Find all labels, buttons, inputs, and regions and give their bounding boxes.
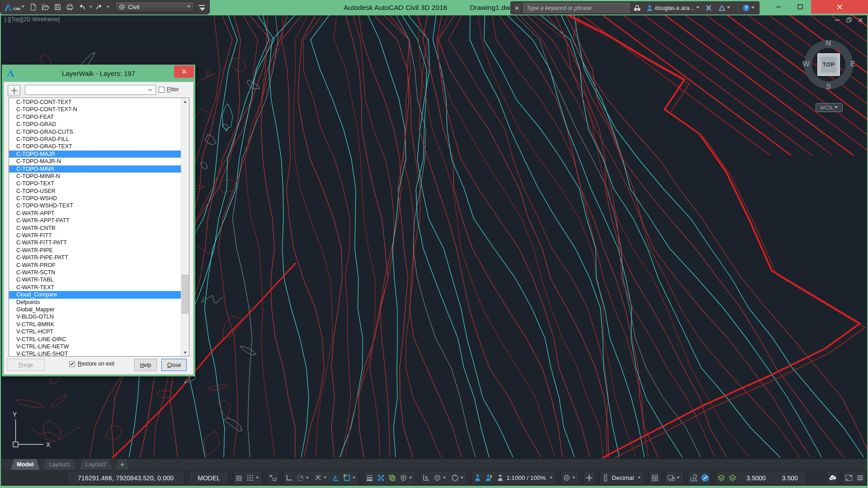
layer-list-item[interactable]: C-TOPO-GRAD-TEXT bbox=[9, 143, 181, 150]
gizmo-icon[interactable] bbox=[432, 472, 449, 484]
customization-menu-icon[interactable] bbox=[854, 472, 866, 484]
units-control[interactable]: Decimal bbox=[600, 472, 644, 484]
viewport-minimize-icon[interactable] bbox=[834, 17, 840, 23]
layer-list-item[interactable]: C-TOPO-CONT-TEXT-N bbox=[9, 106, 181, 113]
layer-list-item[interactable]: C-WATR-TABL bbox=[9, 276, 181, 283]
model-space-toggle[interactable]: MODEL bbox=[189, 472, 228, 484]
layer-list-item[interactable]: C-TOPO-WSHD bbox=[9, 195, 181, 202]
layer-list-item[interactable]: C-TOPO-FEAT bbox=[9, 113, 181, 121]
view-cube[interactable]: N S W E TOP bbox=[800, 36, 858, 94]
exchange-apps-button[interactable] bbox=[703, 3, 714, 13]
thickness-value[interactable]: 3.500 bbox=[774, 472, 806, 484]
viewcube-east[interactable]: E bbox=[850, 60, 855, 69]
qat-customize-button[interactable] bbox=[197, 1, 206, 13]
quick-calc-icon[interactable] bbox=[649, 472, 660, 484]
annotation-visibility-icon[interactable] bbox=[472, 472, 483, 484]
layer-list-item[interactable]: V-BLDG-OTLN bbox=[9, 313, 181, 320]
selection-cycling-icon[interactable] bbox=[387, 472, 398, 484]
layer-list-item[interactable]: C-WATR-TEXT bbox=[9, 284, 181, 291]
layer-list-item[interactable]: C-WATR-PIPE-PATT bbox=[9, 254, 181, 261]
ortho-mode-icon[interactable] bbox=[283, 472, 295, 484]
hardware-acceleration-icon[interactable] bbox=[699, 472, 711, 484]
new-file-button[interactable] bbox=[28, 1, 39, 13]
autodesk-360-cloud-icon[interactable] bbox=[827, 472, 838, 484]
tab-model[interactable]: Model bbox=[11, 459, 40, 470]
workspace-switching-icon[interactable] bbox=[561, 472, 579, 484]
layer-list-item[interactable]: C-TOPO-MAJR-N bbox=[9, 158, 181, 165]
layer-list-item[interactable]: V-CTRL-LINE-DIRC bbox=[9, 336, 181, 343]
close-button[interactable] bbox=[811, 0, 868, 14]
layer-list-item[interactable]: C-TOPO-MINR-N bbox=[9, 173, 181, 180]
isolate-objects-icon[interactable] bbox=[688, 472, 699, 484]
layer-list-item[interactable]: C-WATR-PIPE bbox=[9, 247, 181, 254]
viewport-restore-icon[interactable] bbox=[846, 17, 852, 23]
wcs-menu[interactable]: WCS bbox=[816, 103, 843, 112]
workspace-switcher[interactable]: Civil bbox=[115, 1, 194, 13]
redo-button[interactable] bbox=[94, 1, 105, 13]
grid-display-icon[interactable] bbox=[233, 472, 245, 484]
transparency-icon[interactable] bbox=[375, 472, 387, 484]
search-input[interactable] bbox=[524, 3, 629, 13]
viewcube-top-face[interactable]: TOP bbox=[817, 53, 840, 76]
layer-list-item[interactable]: V-CTRL-HCPT bbox=[9, 328, 181, 335]
maximize-button[interactable] bbox=[789, 0, 811, 14]
dynamic-input-icon[interactable] bbox=[267, 472, 278, 484]
layer-list-item[interactable]: Defpoints bbox=[9, 299, 181, 306]
layer-list-item[interactable]: C-WATR-APPT-PATT bbox=[9, 217, 181, 224]
layer-list-item[interactable]: C-TOPO-GRAD-FILL bbox=[9, 136, 181, 143]
layerwalk-title-bar[interactable]: LayerWalk - Layers: 197 bbox=[2, 65, 195, 82]
tab-layout2[interactable]: Layout2 bbox=[80, 459, 112, 470]
layer-list-item[interactable]: V-CTRL-LINE-SHOT bbox=[9, 350, 181, 357]
layer-list-item[interactable]: C-TOPO-MINR bbox=[9, 165, 181, 173]
layer-list-item[interactable]: C-TOPO-CONT-TEXT bbox=[9, 99, 181, 106]
restore-on-exit-checkbox[interactable] bbox=[69, 361, 75, 367]
isometric-drafting-icon[interactable] bbox=[312, 472, 330, 484]
viewcube-south[interactable]: S bbox=[826, 82, 831, 91]
signed-in-user-button[interactable]: douglas.e.ara... bbox=[645, 5, 701, 12]
polar-tracking-icon[interactable] bbox=[295, 472, 312, 484]
dialog-close-button[interactable] bbox=[174, 66, 194, 78]
plot-button[interactable] bbox=[64, 1, 75, 13]
scroll-down-button[interactable] bbox=[181, 349, 189, 356]
surface-flatten-icon[interactable] bbox=[716, 472, 727, 484]
annotation-autoscale-icon[interactable] bbox=[483, 472, 495, 484]
layer-list-item[interactable]: C-TOPO-MAJR bbox=[9, 150, 181, 158]
quick-properties-icon[interactable] bbox=[584, 472, 595, 484]
layer-list-item[interactable]: C-TOPO-GRAD bbox=[9, 121, 181, 128]
chevron-down-icon[interactable] bbox=[106, 5, 110, 9]
new-layout-button[interactable]: + bbox=[116, 459, 129, 470]
layer-list-item[interactable]: Global_Mapper bbox=[9, 306, 181, 313]
ui-lock-icon[interactable] bbox=[665, 472, 683, 484]
help-button[interactable]: ? bbox=[741, 3, 757, 13]
help-button[interactable]: Help bbox=[134, 359, 157, 371]
layer-list-item[interactable]: C-WATR-CNTR bbox=[9, 225, 181, 232]
minimize-button[interactable] bbox=[768, 0, 789, 14]
chevron-down-icon[interactable] bbox=[89, 5, 93, 9]
snap-mode-icon[interactable] bbox=[245, 472, 262, 484]
coordinates-display[interactable]: 716291.466, 7920843.520, 0.000 bbox=[67, 472, 184, 484]
drawing-canvas[interactable]: [-][Top][2D Wireframe] N S W E TOP WCS Y… bbox=[1, 15, 867, 458]
scrollbar-thumb[interactable] bbox=[182, 275, 189, 314]
pick-layers-button[interactable] bbox=[8, 85, 20, 96]
object-snap-icon[interactable] bbox=[341, 472, 359, 484]
search-button[interactable] bbox=[632, 3, 643, 13]
layer-list-item[interactable]: C-WATR-PROF bbox=[9, 262, 181, 269]
layer-list-item[interactable]: Cloud_Compare bbox=[9, 291, 181, 298]
layer-list-item[interactable]: C-WATR-SCTN bbox=[9, 269, 181, 276]
surface-elevation-icon[interactable] bbox=[727, 472, 738, 484]
clean-screen-icon[interactable] bbox=[843, 472, 854, 484]
infocenter-expand-button[interactable] bbox=[513, 3, 521, 13]
viewport-controls-label[interactable]: [-][Top][2D Wireframe] bbox=[5, 16, 60, 23]
viewcube-west[interactable]: W bbox=[802, 60, 810, 69]
undo-button[interactable] bbox=[76, 1, 88, 13]
viewport-close-icon[interactable] bbox=[858, 17, 863, 23]
layer-list-item[interactable]: C-TOPO-WSHD-TEXT bbox=[9, 202, 181, 209]
layer-list-item[interactable]: C-TOPO-TEXT bbox=[9, 180, 181, 187]
application-menu-button[interactable]: C3D bbox=[2, 2, 26, 12]
viewcube-north[interactable]: N bbox=[826, 39, 831, 48]
layer-list-scrollbar[interactable] bbox=[181, 98, 189, 356]
layer-list-item[interactable]: C-TOPO-USER bbox=[9, 188, 181, 195]
layer-list-item[interactable]: C-TOPO-GRAD-CUTS bbox=[9, 128, 181, 136]
open-file-button[interactable] bbox=[40, 1, 51, 13]
lineweight-icon[interactable] bbox=[364, 472, 375, 484]
